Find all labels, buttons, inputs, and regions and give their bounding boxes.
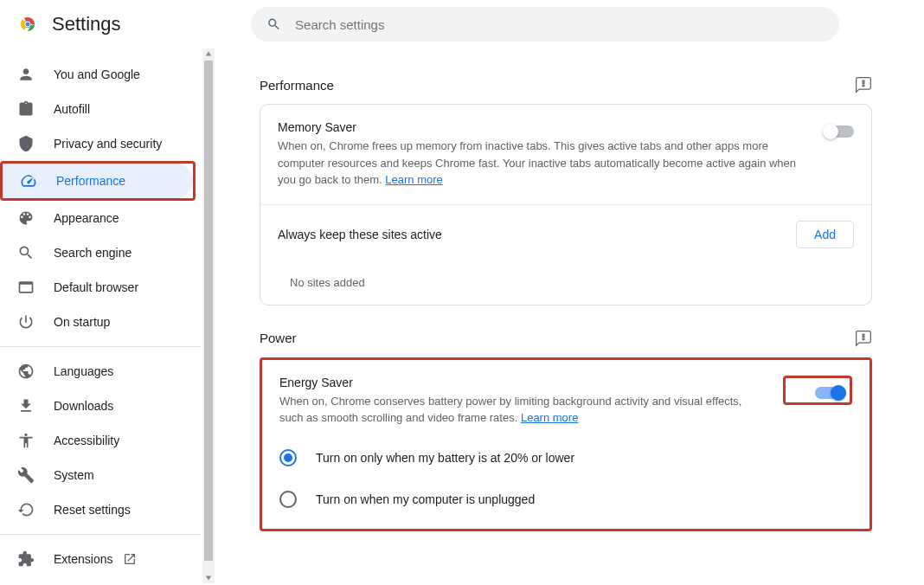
restore-icon (17, 501, 35, 518)
scrollbar[interactable] (202, 48, 215, 583)
chrome-logo-icon (17, 14, 38, 35)
learn-more-link[interactable]: Learn more (521, 411, 578, 424)
radio-label: Turn on only when my battery is at 20% o… (316, 451, 574, 465)
energy-saver-card: Energy Saver When on, Chrome conserves b… (260, 357, 872, 531)
scroll-up-icon[interactable] (205, 50, 212, 57)
sidebar-item-label: Privacy and security (54, 137, 162, 151)
sidebar-item-extensions[interactable]: Extensions (0, 542, 201, 576)
sidebar-item-appearance[interactable]: Appearance (0, 201, 201, 235)
feedback-icon[interactable] (855, 330, 872, 347)
sidebar-item-label: Languages (54, 364, 113, 378)
download-icon (17, 397, 35, 415)
learn-more-link[interactable]: Learn more (385, 173, 442, 186)
sidebar-item-autofill[interactable]: Autofill (0, 92, 201, 126)
speed-icon (20, 172, 37, 190)
keep-active-title: Always keep these sites active (278, 228, 796, 241)
performance-section-title: Performance (260, 78, 334, 93)
radio-icon (279, 449, 297, 466)
power-icon (17, 313, 35, 331)
sidebar-item-on-startup[interactable]: On startup (0, 305, 201, 339)
memory-saver-toggle[interactable] (825, 125, 854, 138)
search-icon (17, 244, 35, 261)
sidebar-item-label: Downloads (54, 399, 113, 413)
memory-saver-desc: When on, Chrome frees up memory from ina… (278, 138, 800, 189)
sidebar-item-label: Reset settings (54, 503, 131, 517)
feedback-icon[interactable] (855, 76, 872, 93)
shield-icon (17, 135, 35, 152)
globe-icon (17, 363, 35, 380)
sidebar-item-label: Extensions (54, 552, 112, 566)
energy-saver-toggle[interactable] (815, 387, 844, 399)
sidebar-item-default-browser[interactable]: Default browser (0, 270, 201, 305)
scrollbar-thumb[interactable] (204, 61, 213, 561)
sidebar-item-label: Appearance (54, 211, 119, 225)
memory-saver-title: Memory Saver (278, 120, 800, 134)
person-icon (17, 66, 35, 83)
search-icon (266, 16, 281, 32)
sidebar-item-about[interactable]: About Chrome (0, 576, 201, 585)
sidebar-item-system[interactable]: System (0, 458, 201, 492)
radio-icon (279, 491, 297, 508)
sidebar-item-label: Accessibility (54, 434, 119, 447)
sidebar-item-label: On startup (54, 315, 110, 329)
sidebar-item-label: You and Google (54, 68, 140, 81)
scroll-down-icon[interactable] (205, 575, 212, 582)
sidebar-item-languages[interactable]: Languages (0, 354, 201, 389)
open-in-new-icon (123, 552, 137, 566)
extension-icon (17, 550, 35, 568)
divider (0, 346, 201, 347)
search-box[interactable] (251, 7, 839, 42)
radio-option-battery-20[interactable]: Turn on only when my battery is at 20% o… (271, 437, 861, 479)
wrench-icon (17, 466, 35, 484)
energy-saver-title: Energy Saver (279, 376, 767, 389)
page-title: Settings (52, 13, 121, 35)
no-sites-text: No sites added (260, 264, 871, 305)
add-button[interactable]: Add (796, 221, 854, 248)
clipboard-icon (17, 100, 35, 118)
sidebar-item-label: Default browser (54, 280, 138, 294)
accessibility-icon (17, 432, 35, 449)
content-area: Performance Memory Saver When on, Chrome… (216, 48, 924, 585)
sidebar-item-reset[interactable]: Reset settings (0, 492, 201, 527)
sidebar-item-label: Search engine (54, 246, 132, 260)
sidebar-item-label: System (54, 468, 94, 482)
divider (0, 534, 201, 535)
palette-icon (17, 209, 35, 227)
sidebar-item-label: Performance (56, 174, 125, 188)
sidebar: You and Google Autofill Privacy and secu… (0, 48, 201, 585)
memory-saver-card: Memory Saver When on, Chrome frees up me… (260, 104, 872, 305)
radio-label: Turn on when my computer is unplugged (316, 492, 535, 506)
sidebar-item-downloads[interactable]: Downloads (0, 389, 201, 423)
power-section-title: Power (260, 331, 297, 345)
search-input[interactable] (295, 17, 824, 32)
sidebar-item-performance[interactable]: Performance (3, 164, 193, 198)
energy-saver-desc: When on, Chrome conserves battery power … (279, 393, 767, 427)
sidebar-item-label: Autofill (54, 102, 90, 116)
sidebar-item-search-engine[interactable]: Search engine (0, 235, 201, 270)
sidebar-item-privacy[interactable]: Privacy and security (0, 126, 201, 161)
sidebar-item-accessibility[interactable]: Accessibility (0, 423, 201, 458)
sidebar-item-you-and-google[interactable]: You and Google (0, 57, 201, 92)
browser-icon (17, 279, 35, 296)
radio-option-unplugged[interactable]: Turn on when my computer is unplugged (271, 479, 861, 520)
